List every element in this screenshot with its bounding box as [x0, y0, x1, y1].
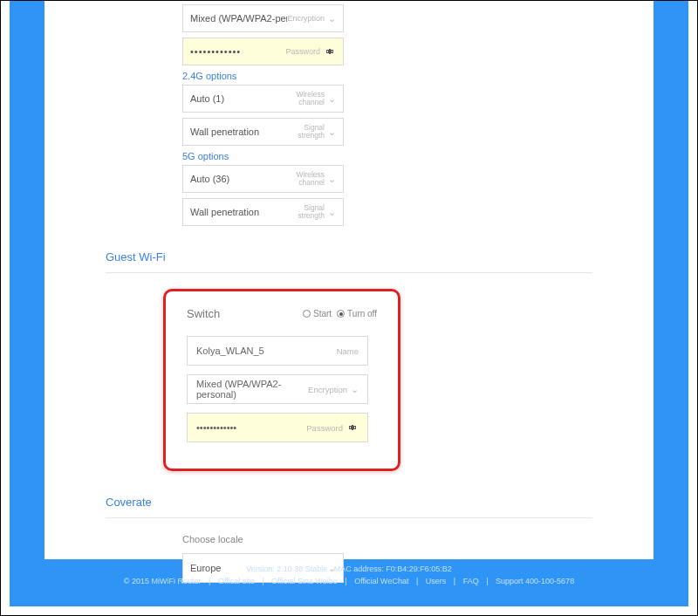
- field-value: Wall penetration: [190, 127, 298, 137]
- footer-link-users[interactable]: Users: [426, 577, 447, 585]
- guest-radio-turnoff[interactable]: Turn off: [337, 309, 377, 318]
- footer: Version: 2.10.38 Stable MAC address: F0:…: [44, 563, 654, 588]
- guest-name-input[interactable]: Kolya_WLAN_5 Name: [187, 336, 368, 366]
- field-value: Wall penetration: [190, 207, 298, 217]
- field-value: Auto (36): [190, 174, 296, 184]
- switch-label: Switch: [187, 307, 220, 320]
- chevron-down-icon: ⌄: [328, 94, 336, 104]
- signal-select-5g[interactable]: Wall penetration Signal strength ⌄: [182, 198, 344, 226]
- channel-select-24g[interactable]: Auto (1) Wireless channel ⌄: [182, 85, 344, 113]
- field-label: Encryption: [308, 385, 347, 394]
- field-label: Name: [337, 346, 359, 356]
- guest-encryption-select[interactable]: Mixed (WPA/WPA2-personal) Encryption ⌄: [187, 374, 368, 404]
- radio-icon: [303, 310, 311, 318]
- chevron-down-icon: ⌄: [328, 175, 336, 184]
- field-label: Encryption: [287, 14, 325, 23]
- password-input-2g[interactable]: •••••••••••• Password: [182, 38, 344, 65]
- radio-icon: [337, 310, 345, 318]
- section-coverate: Coverate: [106, 496, 592, 518]
- footer-link-support[interactable]: Support 400-100-5678: [496, 577, 574, 585]
- chevron-down-icon: ⌄: [328, 14, 336, 24]
- footer-link-faq[interactable]: FAQ: [463, 577, 479, 585]
- field-value: Mixed (WPA/WPA2-personal): [196, 379, 308, 400]
- section-guest-wifi: Guest Wi-Fi: [106, 250, 592, 273]
- field-label: Wireless channel: [296, 91, 325, 107]
- radio-label: Turn off: [347, 309, 377, 318]
- chevron-down-icon: ⌄: [351, 385, 359, 394]
- eye-icon[interactable]: [324, 47, 336, 56]
- group-head-24g: 2.4G options: [182, 71, 592, 81]
- field-label: Wireless channel: [296, 171, 325, 188]
- field-value: ••••••••••••: [196, 422, 306, 433]
- guest-switch-row: Switch Start Turn off: [187, 307, 377, 320]
- guest-password-input[interactable]: •••••••••••• Password: [187, 413, 368, 442]
- field-value: Kolya_WLAN_5: [196, 346, 337, 356]
- field-value: ••••••••••••: [190, 46, 285, 57]
- group-head-5g: 5G options: [182, 151, 592, 161]
- field-value: Mixed (WPA/WPA2-personal): [190, 13, 287, 24]
- field-value: Auto (1): [190, 93, 296, 104]
- field-label: Signal strength: [298, 124, 325, 140]
- footer-copyright: © 2015 MiWiFi Router: [124, 577, 202, 585]
- field-label: Password: [285, 47, 320, 56]
- channel-select-5g[interactable]: Auto (36) Wireless channel ⌄: [182, 165, 344, 193]
- guest-radio-start[interactable]: Start: [303, 309, 332, 318]
- eye-icon[interactable]: [346, 423, 359, 432]
- encryption-select-2g[interactable]: Mixed (WPA/WPA2-personal) Encryption ⌄: [182, 4, 344, 32]
- choose-locale-label: Choose locale: [182, 534, 592, 544]
- guest-wifi-highlight: Switch Start Turn off: [163, 289, 400, 471]
- chevron-down-icon: ⌄: [328, 208, 336, 217]
- radio-label: Start: [313, 309, 332, 318]
- footer-link-official-site[interactable]: Offical site: [218, 577, 255, 585]
- signal-select-24g[interactable]: Wall penetration Signal strength ⌄: [182, 118, 344, 146]
- footer-version: Version: 2.10.38 Stable: [246, 565, 327, 573]
- field-label: Signal strength: [298, 204, 325, 221]
- chevron-down-icon: ⌄: [328, 127, 336, 137]
- footer-mac: MAC address: F0:B4:29:F6:05:B2: [334, 565, 452, 573]
- field-label: Password: [306, 423, 343, 433]
- footer-link-wechat[interactable]: Official WeChat: [354, 577, 408, 585]
- footer-link-sina-weibo[interactable]: Official Sina Weibo: [271, 577, 338, 585]
